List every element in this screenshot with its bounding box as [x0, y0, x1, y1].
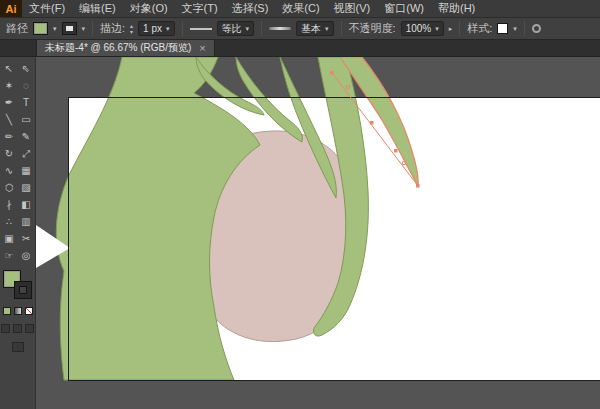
- chevron-down-icon[interactable]: ▾: [435, 25, 439, 33]
- canvas-area[interactable]: [36, 57, 600, 409]
- separator: [182, 21, 183, 36]
- menu-list: 文件(F)编辑(E)对象(O)文字(T)选择(S)效果(C)视图(V)窗口(W)…: [22, 0, 482, 17]
- brush-definition-select[interactable]: 基本 ▾: [296, 21, 334, 36]
- control-bar: 路径 ▾ ▾ 描边: ▴ ▾ 1 px ▾ 等比 ▾ 基本 ▾ 不透明度: 10…: [0, 18, 600, 40]
- gradient-button[interactable]: [14, 307, 22, 315]
- stroke-color-chip[interactable]: [14, 281, 32, 299]
- artboard-tool-icon[interactable]: ▣: [1, 230, 18, 247]
- lasso-tool-icon[interactable]: ◌: [18, 77, 35, 94]
- free-transform-tool-icon[interactable]: ▦: [18, 162, 35, 179]
- drawing-mode-buttons: [1, 324, 34, 333]
- separator: [341, 21, 342, 36]
- brush-stroke-icon: [269, 27, 291, 30]
- stroke-dropdown-icon[interactable]: ▾: [82, 25, 86, 33]
- paint-mode-buttons: [3, 307, 33, 315]
- pencil-tool-icon[interactable]: ✎: [18, 128, 35, 145]
- document-tab-title: 未标题-4* @ 66.67% (RGB/预览): [45, 41, 191, 55]
- close-tab-icon[interactable]: ×: [199, 43, 205, 54]
- stroke-weight-label: 描边:: [100, 21, 125, 36]
- context-label: 路径: [6, 21, 28, 36]
- opacity-label: 不透明度:: [349, 21, 396, 36]
- menu-item-2[interactable]: 编辑(E): [72, 0, 123, 17]
- menu-item-7[interactable]: 视图(V): [327, 0, 378, 17]
- slice-tool-icon[interactable]: ✂: [18, 230, 35, 247]
- opacity-field[interactable]: 100% ▾: [401, 21, 444, 36]
- draw-inside-button[interactable]: [25, 324, 34, 333]
- shape-mode-icon[interactable]: [532, 24, 541, 33]
- separator: [92, 21, 93, 36]
- separator: [524, 21, 525, 36]
- graphic-style-swatch[interactable]: [497, 23, 508, 34]
- draw-behind-button[interactable]: [13, 324, 22, 333]
- shape-builder-tool-icon[interactable]: ⬡: [1, 179, 18, 196]
- chevron-down-icon[interactable]: ▾: [246, 25, 250, 33]
- menu-item-1[interactable]: 文件(F): [22, 0, 72, 17]
- draw-normal-button[interactable]: [1, 324, 10, 333]
- paintbrush-tool-icon[interactable]: ✏: [1, 128, 18, 145]
- blend-tool-icon[interactable]: ◧: [18, 196, 35, 213]
- stroke-color-swatch[interactable]: [62, 22, 77, 35]
- tool-grid: ↖⇖✶◌✒T╲▭✏✎↻⤢∿▦⬡▨∤◧∴▥▣✂☞◎: [1, 60, 35, 264]
- artwork-svg: [36, 57, 600, 409]
- spin-down-icon[interactable]: ▾: [130, 29, 133, 35]
- rotate-tool-icon[interactable]: ↻: [1, 145, 18, 162]
- width-profile-value: 等比: [222, 22, 242, 36]
- main-area: ↖⇖✶◌✒T╲▭✏✎↻⤢∿▦⬡▨∤◧∴▥▣✂☞◎: [0, 57, 600, 409]
- column-graph-tool-icon[interactable]: ▥: [18, 213, 35, 230]
- document-tab-bar: 未标题-4* @ 66.67% (RGB/预览) ×: [0, 40, 600, 57]
- rectangle-tool-icon[interactable]: ▭: [18, 111, 35, 128]
- opacity-value: 100%: [406, 23, 432, 34]
- tools-panel: ↖⇖✶◌✒T╲▭✏✎↻⤢∿▦⬡▨∤◧∴▥▣✂☞◎: [0, 57, 36, 409]
- pen-tool-icon[interactable]: ✒: [1, 94, 18, 111]
- fill-color-swatch[interactable]: [33, 22, 48, 35]
- stroke-weight-field[interactable]: 1 px ▾: [138, 21, 174, 36]
- anchor-point[interactable]: [416, 184, 420, 188]
- brush-definition-value: 基本: [301, 22, 321, 36]
- menu-item-8[interactable]: 窗口(W): [377, 0, 431, 17]
- color-button[interactable]: [3, 307, 11, 315]
- menu-item-9[interactable]: 帮助(H): [431, 0, 482, 17]
- fill-dropdown-icon[interactable]: ▾: [53, 25, 57, 33]
- selection-tool-icon[interactable]: ↖: [1, 60, 18, 77]
- eyedropper-tool-icon[interactable]: ∤: [1, 196, 18, 213]
- symbol-sprayer-tool-icon[interactable]: ∴: [1, 213, 18, 230]
- zoom-tool-icon[interactable]: ◎: [18, 247, 35, 264]
- separator: [459, 21, 460, 36]
- scale-tool-icon[interactable]: ⤢: [18, 145, 35, 162]
- stroke-weight-stepper[interactable]: ▴ ▾: [130, 23, 133, 35]
- app-logo: Ai: [0, 0, 22, 17]
- width-profile-select[interactable]: 等比 ▾: [217, 21, 255, 36]
- type-tool-icon[interactable]: T: [18, 94, 35, 111]
- hand-tool-icon[interactable]: ☞: [1, 247, 18, 264]
- gradient-tool-icon[interactable]: ▨: [18, 179, 35, 196]
- line-segment-tool-icon[interactable]: ╲: [1, 111, 18, 128]
- separator: [261, 21, 262, 36]
- anchor-point[interactable]: [370, 121, 374, 125]
- direct-selection-tool-icon[interactable]: ⇖: [18, 60, 35, 77]
- screen-mode-button[interactable]: [12, 342, 24, 352]
- none-button[interactable]: [25, 307, 33, 315]
- magic-wand-tool-icon[interactable]: ✶: [1, 77, 18, 94]
- menu-item-5[interactable]: 选择(S): [225, 0, 276, 17]
- chevron-down-icon[interactable]: ▾: [325, 25, 329, 33]
- menu-item-4[interactable]: 文字(T): [175, 0, 225, 17]
- anchor-point[interactable]: [394, 149, 398, 153]
- menu-item-6[interactable]: 效果(C): [275, 0, 326, 17]
- chevron-down-icon[interactable]: ▾: [166, 25, 170, 33]
- menu-item-3[interactable]: 对象(O): [123, 0, 175, 17]
- submenu-arrow-icon[interactable]: ▸: [449, 25, 453, 33]
- anchor-point[interactable]: [330, 71, 334, 75]
- document-tab[interactable]: 未标题-4* @ 66.67% (RGB/预览) ×: [36, 40, 215, 56]
- style-label: 样式:: [467, 21, 492, 36]
- stroke-weight-value: 1 px: [143, 23, 162, 34]
- style-dropdown-icon[interactable]: ▾: [513, 25, 517, 33]
- width-profile-line-icon: [190, 28, 212, 30]
- fill-stroke-indicator: [3, 270, 33, 300]
- width-tool-icon[interactable]: ∿: [1, 162, 18, 179]
- menu-bar: Ai 文件(F)编辑(E)对象(O)文字(T)选择(S)效果(C)视图(V)窗口…: [0, 0, 600, 18]
